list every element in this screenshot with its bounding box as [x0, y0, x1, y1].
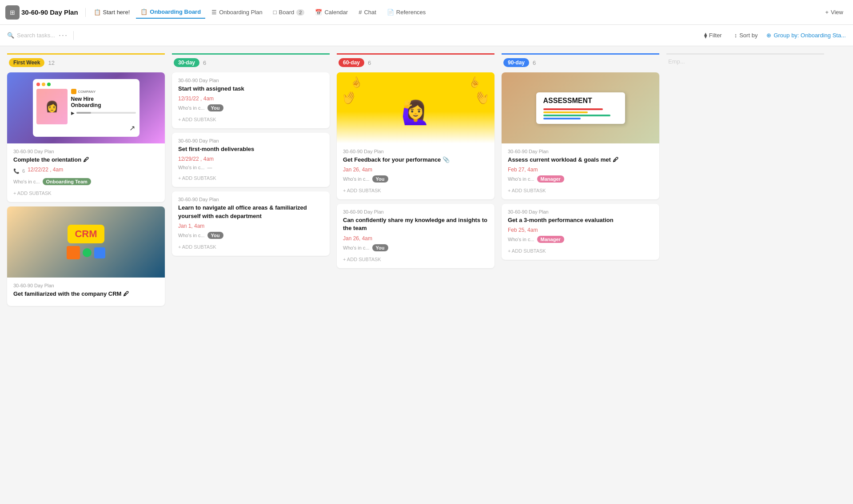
add-subtask-assess[interactable]: + ADD SUBTASK	[508, 185, 653, 194]
toolbar: 🔍 Search tasks... ··· ⧫ Filter ↕ Sort by…	[0, 25, 853, 46]
add-subtask-nav[interactable]: + ADD SUBTASK	[178, 242, 323, 250]
view-label: View	[831, 9, 843, 16]
card-project-assigned: 30-60-90 Day Plan	[178, 78, 323, 83]
whos-in-nav: Who's in c...	[178, 233, 205, 238]
card-project-assess: 30-60-90 Day Plan	[508, 149, 653, 154]
card-crm[interactable]: CRM 30-60-90 Day Plan Get familiarized w…	[7, 206, 165, 306]
assignee-badge-assess: Manager	[537, 175, 564, 183]
nav-item-references[interactable]: 📄 References	[383, 6, 430, 18]
onboarding-illustration: 👩 COMPANY New HireOnboarding ▶	[33, 79, 140, 137]
whos-in-feedback: Who's in c...	[343, 176, 370, 182]
assignee-badge-assigned: You	[207, 104, 223, 111]
card-title-deliv: Set first-month deliverables	[178, 145, 323, 153]
chat-icon: #	[359, 9, 362, 16]
column-header-thirty: 30-day 6	[172, 53, 330, 72]
nav-item-start-here[interactable]: 📋 Start here!	[89, 6, 135, 18]
card-date-know: Jan 26, 4am	[343, 235, 488, 242]
add-subtask-feedback[interactable]: + ADD SUBTASK	[343, 185, 488, 194]
whos-in-deliv: Who's in c...	[178, 165, 205, 170]
card-title-know: Can confidently share my knowledge and i…	[343, 216, 488, 232]
column-ninety-day: 90-day 6 ASSESSMENT 30-60-90 Day Plan	[502, 53, 659, 497]
empty-label: Emp...	[668, 58, 685, 65]
date-orientation: 12/22/22 , 4am	[28, 167, 63, 173]
search-placeholder: Search tasks...	[17, 32, 55, 39]
card-date-eval: Feb 25, 4am	[508, 227, 653, 233]
board-label: Board	[279, 9, 295, 16]
card-body-navigate: 30-60-90 Day Plan Learn to navigate all …	[172, 191, 330, 255]
ninety-badge: 90-day	[503, 58, 529, 67]
add-subtask-eval[interactable]: + ADD SUBTASK	[508, 246, 653, 254]
nav-item-onboarding-plan[interactable]: ☰ Onboarding Plan	[207, 6, 267, 18]
card-title-assigned: Start with assigned task	[178, 85, 323, 93]
card-meta-eval: Who's in c... Manager	[508, 236, 653, 243]
card-meta-nav: Who's in c... You	[178, 232, 323, 239]
group-by-button[interactable]: ⊕ Group by: Onboarding Sta...	[766, 32, 846, 39]
nav-item-onboarding-board[interactable]: 📋 Onboarding Board	[136, 6, 205, 19]
thirty-badge: 30-day	[174, 58, 199, 67]
assignee-badge-eval: Manager	[537, 236, 564, 243]
add-subtask-know[interactable]: + ADD SUBTASK	[343, 254, 488, 263]
add-subtask-btn[interactable]: + ADD SUBTASK	[13, 188, 159, 197]
ob-text: COMPANY New HireOnboarding ▶	[71, 89, 136, 133]
card-title: Complete the orientation 🖊	[13, 156, 159, 164]
column-empty: Emp...	[666, 53, 824, 497]
nav-item-view[interactable]: + View	[821, 6, 848, 18]
toolbar-separator	[73, 31, 74, 40]
column-first-week: First Week 12 👩	[7, 53, 165, 497]
nav-item-calendar[interactable]: 📅 Calendar	[311, 6, 352, 18]
card-orientation[interactable]: 👩 COMPANY New HireOnboarding ▶	[7, 72, 165, 202]
onboarding-board-label: Onboarding Board	[150, 8, 201, 15]
group-label: Group by: Onboarding Sta...	[773, 32, 846, 39]
card-date-nav: Jan 1, 4am	[178, 223, 323, 229]
whos-in-assess: Who's in c...	[508, 176, 534, 182]
onboarding-board-icon: 📋	[140, 8, 147, 15]
nav-item-chat[interactable]: # Chat	[354, 6, 381, 18]
filter-button[interactable]: ⧫ Filter	[701, 30, 725, 40]
nav-item-board[interactable]: □ Board 2	[269, 6, 309, 18]
card-project-deliv: 30-60-90 Day Plan	[178, 138, 323, 143]
toolbar-right: ⧫ Filter ↕ Sort by ⊕ Group by: Onboardin…	[701, 30, 846, 40]
group-icon: ⊕	[766, 32, 771, 39]
card-evaluation[interactable]: 30-60-90 Day Plan Get a 3-month performa…	[502, 204, 659, 260]
card-title-eval: Get a 3-month performance evaluation	[508, 216, 653, 224]
card-title-nav: Learn to navigate all office areas & fam…	[178, 204, 323, 220]
first-week-badge: First Week	[9, 58, 44, 67]
card-project: 30-60-90 Day Plan	[13, 149, 159, 154]
whos-in-eval: Who's in c...	[508, 237, 534, 242]
card-deliverables[interactable]: 30-60-90 Day Plan Set first-month delive…	[172, 133, 330, 187]
column-header-ninety: 90-day 6	[502, 53, 659, 72]
references-icon: 📄	[387, 9, 394, 16]
search-dots: ···	[59, 31, 68, 40]
assignee-badge: Onboarding Team	[43, 178, 91, 185]
thirty-count: 6	[203, 60, 206, 66]
onboarding-plan-label: Onboarding Plan	[219, 9, 263, 16]
board: First Week 12 👩	[0, 46, 853, 504]
app-icon: ⊞	[5, 5, 20, 20]
card-date-deliv: 12/29/22 , 4am	[178, 156, 323, 162]
references-label: References	[396, 9, 426, 16]
card-feedback[interactable]: 🤚 🤚 ☝️ ☝️ 🙋‍♀️ 30-60-90 Day Plan Get Fee…	[337, 72, 494, 199]
card-meta-assigned: Who's in c... You	[178, 104, 323, 111]
column-thirty-day: 30-day 6 30-60-90 Day Plan Start with as…	[172, 53, 330, 497]
card-project-crm: 30-60-90 Day Plan	[13, 283, 159, 288]
sort-button[interactable]: ↕ Sort by	[731, 30, 761, 40]
card-knowledge[interactable]: 30-60-90 Day Plan Can confidently share …	[337, 204, 494, 268]
card-project-know: 30-60-90 Day Plan	[343, 209, 488, 214]
start-here-label: Start here!	[103, 9, 130, 16]
card-date-assess: Feb 27, 4am	[508, 167, 653, 173]
card-body-deliverables: 30-60-90 Day Plan Set first-month delive…	[172, 133, 330, 187]
assignee-badge-feedback: You	[372, 175, 388, 183]
card-woman-image: 🤚 🤚 ☝️ ☝️ 🙋‍♀️	[337, 72, 494, 143]
search-box[interactable]: 🔍 Search tasks...	[7, 32, 55, 39]
top-navigation: ⊞ 30-60-90 Day Plan 📋 Start here! 📋 Onbo…	[0, 0, 853, 25]
board-badge: 2	[296, 9, 304, 16]
ob-avatar: 👩	[36, 89, 68, 124]
add-subtask-deliv[interactable]: + ADD SUBTASK	[178, 173, 323, 182]
add-subtask-assigned[interactable]: + ADD SUBTASK	[178, 114, 323, 123]
card-assigned-task[interactable]: 30-60-90 Day Plan Start with assigned ta…	[172, 72, 330, 128]
card-navigate[interactable]: 30-60-90 Day Plan Learn to navigate all …	[172, 191, 330, 255]
app-title: 30-60-90 Day Plan	[21, 8, 78, 16]
filter-icon: ⧫	[704, 32, 707, 39]
card-assess[interactable]: ASSESSMENT 30-60-90 Day Plan Assess curr…	[502, 72, 659, 199]
card-body-knowledge: 30-60-90 Day Plan Can confidently share …	[337, 204, 494, 268]
